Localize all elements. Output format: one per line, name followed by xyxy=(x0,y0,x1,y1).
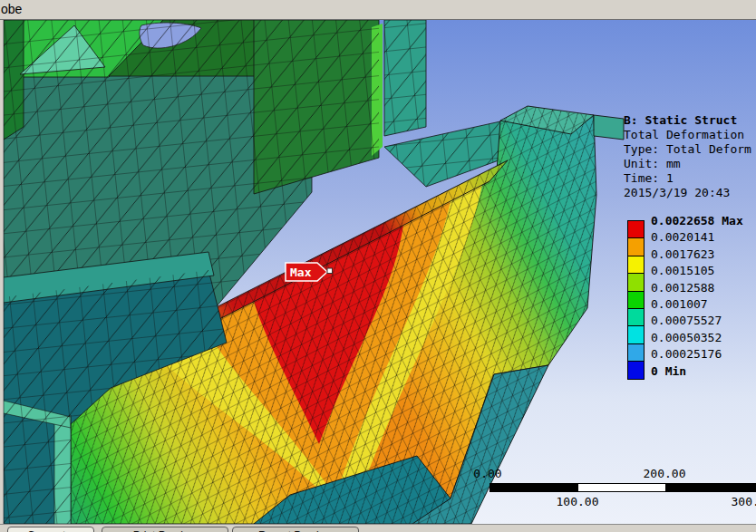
view-tabs: Geometry Print Preview Report Preview xyxy=(0,524,756,532)
tab-report-preview[interactable]: Report Preview xyxy=(232,527,359,532)
legend-value: 0.00050352 xyxy=(651,330,743,346)
tab-print-preview[interactable]: Print Preview xyxy=(102,527,228,532)
max-flag-label: Max xyxy=(290,266,312,279)
legend-box xyxy=(627,256,645,274)
legend-box xyxy=(627,361,645,379)
legend-box xyxy=(627,273,645,291)
legend-value: 0.0020141 xyxy=(651,229,743,246)
ruler-label-200: 200.00 xyxy=(637,467,692,480)
legend-box xyxy=(627,343,645,362)
legend-value: 0.0017623 xyxy=(651,247,743,263)
result-time: Time: 1 xyxy=(624,171,751,186)
graphics-viewport[interactable]: B: Static Struct Total Deformation Type:… xyxy=(4,20,756,524)
probe-button-label[interactable]: obe xyxy=(1,2,22,16)
legend-box xyxy=(627,220,645,238)
legend-labels: 0.0022658 Max 0.0020141 0.0017623 0.0015… xyxy=(651,213,743,380)
result-name: Total Deformation xyxy=(624,128,751,142)
ruler-label-0: 0.00 xyxy=(460,467,515,480)
ruler-bar xyxy=(489,483,756,492)
tab-geometry[interactable]: Geometry xyxy=(7,527,94,532)
legend-box xyxy=(627,237,645,256)
ruler-label-100: 100.00 xyxy=(550,495,605,508)
result-type: Type: Total Deform xyxy=(624,142,751,157)
app-window: obe xyxy=(0,0,756,532)
result-datetime: 2015/3/19 20:43 xyxy=(624,186,751,200)
analysis-title: B: Static Struct xyxy=(624,113,751,128)
legend-value: 0.001007 xyxy=(651,296,743,313)
toolbar: obe xyxy=(0,0,756,20)
legend-value: 0.0012588 xyxy=(651,280,743,296)
result-annotation: B: Static Struct Total Deformation Type:… xyxy=(624,113,751,200)
legend-box xyxy=(627,308,645,326)
legend-value: 0.00025176 xyxy=(651,346,743,363)
legend-box xyxy=(627,291,645,309)
legend-box xyxy=(627,325,645,343)
legend-value: 0.00075527 xyxy=(651,313,743,329)
result-unit: Unit: mm xyxy=(624,157,751,171)
max-point-marker xyxy=(327,268,333,274)
max-annotation: Max xyxy=(285,261,339,283)
legend-value-min: 0 Min xyxy=(651,363,743,380)
legend-value-max: 0.0022658 Max xyxy=(651,213,743,229)
ruler-label-300: 300.00 xyxy=(725,495,756,508)
legend-value: 0.0015105 xyxy=(651,263,743,279)
legend-color-bar xyxy=(627,221,645,380)
